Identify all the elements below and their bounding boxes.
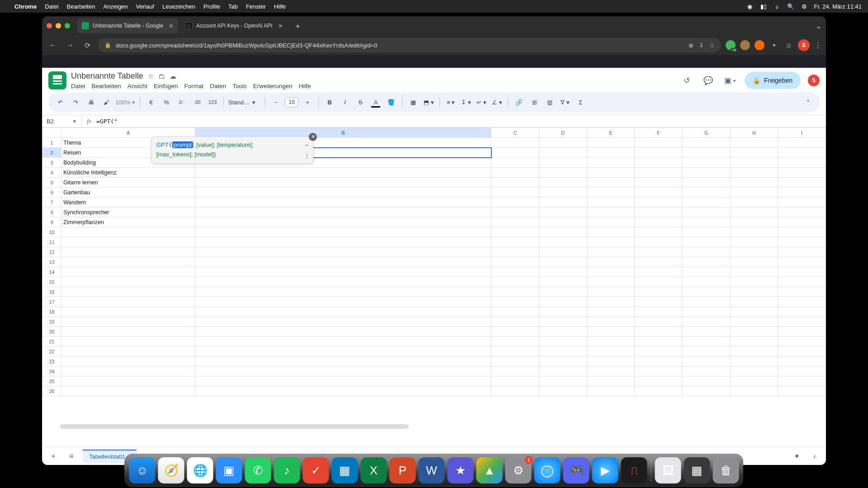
dock-imovie-icon[interactable]: ★ bbox=[448, 457, 474, 483]
cell[interactable] bbox=[195, 386, 491, 396]
dock-mission-control-icon[interactable]: ▦ bbox=[684, 457, 710, 483]
cell[interactable] bbox=[730, 158, 778, 168]
cell[interactable] bbox=[682, 267, 730, 277]
col-header-g[interactable]: G bbox=[682, 128, 730, 138]
cell[interactable] bbox=[195, 197, 491, 207]
cell[interactable] bbox=[539, 337, 587, 347]
col-header-c[interactable]: C bbox=[491, 128, 539, 138]
cell[interactable] bbox=[635, 247, 683, 257]
cell[interactable] bbox=[635, 307, 683, 317]
maximize-window-button[interactable] bbox=[65, 23, 70, 28]
cell[interactable] bbox=[730, 148, 778, 158]
cell[interactable] bbox=[61, 327, 195, 337]
cell[interactable] bbox=[491, 327, 539, 337]
sheets-menu-erweiterungen[interactable]: Erweiterungen bbox=[253, 83, 292, 89]
cell[interactable] bbox=[539, 247, 587, 257]
cell[interactable] bbox=[778, 217, 826, 227]
cell[interactable] bbox=[539, 267, 587, 277]
row-header[interactable]: 8 bbox=[42, 207, 61, 217]
cell[interactable] bbox=[61, 366, 195, 376]
cell[interactable] bbox=[539, 197, 587, 207]
cell[interactable] bbox=[61, 227, 195, 237]
star-icon[interactable]: ☆ bbox=[148, 72, 154, 80]
cell[interactable] bbox=[778, 158, 826, 168]
sheets-logo-icon[interactable] bbox=[48, 71, 66, 89]
cell[interactable] bbox=[539, 168, 587, 178]
cell[interactable] bbox=[539, 178, 587, 188]
cell[interactable] bbox=[195, 237, 491, 247]
redo-icon[interactable]: ↷ bbox=[69, 96, 82, 108]
cell[interactable] bbox=[730, 168, 778, 178]
cell[interactable] bbox=[635, 207, 683, 217]
cell[interactable] bbox=[635, 327, 683, 337]
collapse-toolbar-icon[interactable]: ⌃ bbox=[802, 96, 814, 108]
row-header[interactable]: 10 bbox=[42, 227, 61, 237]
close-tab-icon[interactable]: ✕ bbox=[278, 23, 283, 29]
cell[interactable] bbox=[587, 168, 635, 178]
col-header-h[interactable]: H bbox=[730, 128, 778, 138]
increase-font-icon[interactable]: + bbox=[301, 96, 314, 108]
forward-button[interactable]: → bbox=[64, 39, 76, 52]
cell[interactable] bbox=[539, 227, 587, 237]
col-header-f[interactable]: F bbox=[635, 128, 683, 138]
decrease-decimal-icon[interactable]: .0← bbox=[175, 96, 188, 108]
history-icon[interactable]: ↺ bbox=[679, 73, 694, 88]
row-header[interactable]: 26 bbox=[42, 386, 61, 396]
cell[interactable] bbox=[195, 337, 491, 347]
cell[interactable] bbox=[682, 227, 730, 237]
cell[interactable] bbox=[778, 138, 826, 148]
cell[interactable] bbox=[635, 197, 683, 207]
menu-fenster[interactable]: Fenster bbox=[246, 3, 266, 10]
cell[interactable] bbox=[682, 357, 730, 366]
cell[interactable] bbox=[195, 257, 491, 267]
cell[interactable] bbox=[491, 207, 539, 217]
row-header[interactable]: 21 bbox=[42, 337, 61, 347]
cell[interactable] bbox=[195, 267, 491, 277]
all-sheets-icon[interactable]: ≡ bbox=[65, 450, 78, 463]
share-button[interactable]: 🔒 Freigeben bbox=[745, 72, 801, 89]
cell[interactable] bbox=[587, 366, 635, 376]
merge-cells-icon[interactable]: ⬒ ▾ bbox=[422, 96, 435, 108]
cell[interactable] bbox=[539, 237, 587, 247]
select-all-corner[interactable] bbox=[42, 128, 61, 138]
cell[interactable] bbox=[778, 168, 826, 178]
strikethrough-icon[interactable]: S bbox=[354, 96, 367, 108]
row-header[interactable]: 23 bbox=[42, 357, 61, 366]
cell[interactable] bbox=[778, 357, 826, 366]
cell[interactable] bbox=[539, 317, 587, 327]
cell[interactable] bbox=[682, 287, 730, 297]
cell[interactable] bbox=[635, 277, 683, 287]
sheets-menu-datei[interactable]: Datei bbox=[71, 83, 85, 89]
cell[interactable] bbox=[682, 366, 730, 376]
cell[interactable] bbox=[778, 327, 826, 337]
cell[interactable] bbox=[587, 178, 635, 188]
cloud-status-icon[interactable]: ☁ bbox=[170, 72, 176, 80]
italic-icon[interactable]: I bbox=[339, 96, 351, 108]
borders-icon[interactable]: ▦ bbox=[407, 96, 420, 108]
cell[interactable] bbox=[491, 277, 539, 287]
row-header[interactable]: 7 bbox=[42, 197, 61, 207]
cell[interactable] bbox=[682, 168, 730, 178]
cell[interactable] bbox=[635, 237, 683, 247]
side-panel-icon[interactable]: ◫ bbox=[783, 40, 793, 50]
cell[interactable] bbox=[61, 297, 195, 307]
cell[interactable] bbox=[778, 257, 826, 267]
cell[interactable] bbox=[539, 327, 587, 337]
row-header[interactable]: 22 bbox=[42, 347, 61, 357]
cell[interactable] bbox=[778, 188, 826, 197]
row-header[interactable]: 13 bbox=[42, 257, 61, 267]
cell[interactable] bbox=[635, 158, 683, 168]
cell[interactable] bbox=[682, 297, 730, 307]
cell[interactable] bbox=[682, 197, 730, 207]
cell[interactable] bbox=[491, 168, 539, 178]
dock-trash-icon[interactable]: 🗑 bbox=[713, 457, 739, 483]
search-icon[interactable]: 🔍 bbox=[787, 3, 794, 10]
zoom-select[interactable]: 100% ▾ bbox=[115, 99, 135, 106]
sheets-menu-einfuegen[interactable]: Einfügen bbox=[154, 83, 178, 89]
dock-powerpoint-icon[interactable]: P bbox=[390, 457, 416, 483]
cell[interactable] bbox=[730, 237, 778, 247]
cell[interactable] bbox=[730, 188, 778, 197]
text-color-icon[interactable]: A bbox=[369, 96, 382, 108]
font-select[interactable]: Stand… ▾ bbox=[228, 99, 260, 106]
functions-icon[interactable]: Σ bbox=[574, 96, 587, 108]
